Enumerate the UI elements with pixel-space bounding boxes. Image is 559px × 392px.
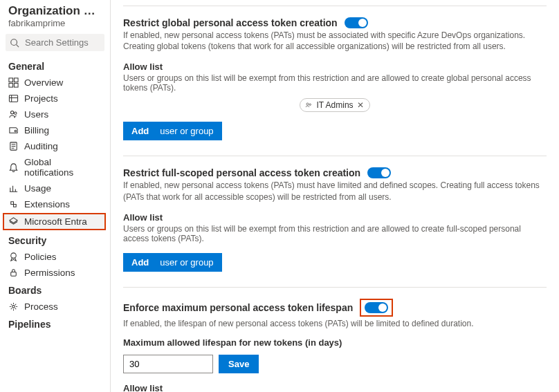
- entra-icon: [8, 216, 19, 227]
- svg-point-15: [309, 104, 311, 105]
- search-input[interactable]: [24, 37, 100, 48]
- chip-label: IT Admins: [316, 100, 353, 110]
- svg-rect-12: [11, 272, 17, 277]
- allow-list-header: Allow list: [123, 212, 547, 223]
- sidebar-item-policies[interactable]: Policies: [0, 249, 110, 265]
- divider: [123, 156, 547, 156]
- add-label: Add: [131, 257, 149, 268]
- allow-list-chip[interactable]: IT Admins ✕: [300, 98, 369, 112]
- svg-rect-5: [14, 83, 18, 87]
- sidebar-item-label: Billing: [24, 125, 49, 136]
- org-subtitle: fabrikamprime: [0, 18, 110, 34]
- sidebar-item-label: Policies: [24, 252, 57, 262]
- svg-point-9: [15, 130, 16, 131]
- sidebar-item-microsoft-entra[interactable]: Microsoft Entra: [3, 213, 106, 230]
- sidebar-item-label: Usage: [24, 183, 51, 194]
- svg-line-1: [17, 44, 19, 47]
- save-button[interactable]: Save: [219, 355, 259, 373]
- policy-title-restrict-fullscoped-pat: Restrict full-scoped personal access tok…: [123, 167, 360, 178]
- auditing-icon: [8, 141, 19, 151]
- toggle-restrict-fullscoped-pat[interactable]: [367, 167, 391, 178]
- sidebar-item-usage[interactable]: Usage: [0, 180, 110, 196]
- svg-point-8: [15, 112, 17, 114]
- allow-list-desc: Users or groups on this list will be exe…: [123, 73, 547, 93]
- allow-list-header: Allow list: [123, 62, 547, 72]
- policy-desc: If enabled, new personal access tokens (…: [123, 30, 547, 52]
- svg-point-7: [10, 111, 13, 114]
- sidebar-item-permissions[interactable]: Permissions: [0, 265, 110, 281]
- notifications-icon: [8, 162, 19, 173]
- search-icon: [10, 38, 19, 48]
- svg-rect-2: [9, 78, 13, 82]
- sidebar-item-users[interactable]: Users: [0, 106, 110, 122]
- svg-point-11: [11, 253, 17, 259]
- group-boards: Boards: [0, 281, 110, 299]
- allow-list-desc: Users or groups on this list will be exe…: [123, 224, 547, 243]
- svg-rect-3: [14, 78, 18, 82]
- svg-point-13: [12, 306, 15, 308]
- sidebar-item-label: Permissions: [24, 268, 75, 278]
- allow-list-header: Allow list: [123, 383, 547, 392]
- usage-icon: [8, 183, 19, 194]
- billing-icon: [8, 125, 19, 136]
- max-lifespan-label: Maximum allowed lifespan for new tokens …: [123, 337, 547, 348]
- projects-icon: [8, 93, 19, 104]
- add-user-or-group-button[interactable]: Add user or group: [123, 122, 222, 140]
- extensions-icon: [8, 199, 19, 209]
- policy-desc: If enabled, new personal access tokens (…: [123, 180, 547, 202]
- group-security: Security: [0, 231, 110, 249]
- sidebar-item-label: Process: [24, 301, 58, 312]
- sidebar: Organization S… fabrikamprime General Ov…: [0, 0, 111, 392]
- sidebar-item-label: Users: [24, 109, 48, 120]
- policy-title-restrict-global-pat: Restrict global personal access token cr…: [123, 17, 338, 28]
- overview-icon: [8, 77, 19, 88]
- divider: [123, 287, 547, 288]
- sidebar-item-label: Overview: [24, 77, 63, 88]
- process-icon: [8, 301, 19, 312]
- group-general: General: [0, 57, 110, 75]
- permissions-icon: [8, 268, 19, 278]
- max-lifespan-input[interactable]: [123, 355, 213, 373]
- sidebar-item-overview[interactable]: Overview: [0, 75, 110, 91]
- add-user-or-group-button[interactable]: Add user or group: [123, 253, 222, 272]
- svg-rect-4: [9, 83, 13, 87]
- org-title: Organization S…: [0, 3, 110, 18]
- toggle-restrict-global-pat[interactable]: [345, 17, 368, 28]
- sidebar-item-extensions[interactable]: Extensions: [0, 196, 110, 212]
- divider: [123, 6, 547, 6]
- add-suffix: user or group: [160, 126, 213, 136]
- add-label: Add: [131, 126, 149, 136]
- chip-remove-icon[interactable]: ✕: [357, 100, 364, 110]
- policy-desc: If enabled, the lifespan of new personal…: [123, 318, 547, 329]
- sidebar-item-projects[interactable]: Projects: [0, 91, 110, 106]
- highlight-box: [360, 299, 393, 317]
- main-content: Restrict global personal access token cr…: [111, 0, 559, 392]
- sidebar-item-auditing[interactable]: Auditing: [0, 138, 110, 154]
- sidebar-item-global-notifications[interactable]: Global notifications: [0, 154, 110, 180]
- toggle-enforce-max-lifespan[interactable]: [365, 302, 388, 313]
- svg-point-0: [11, 39, 17, 45]
- sidebar-item-label: Auditing: [24, 141, 58, 151]
- policy-title-enforce-max-lifespan: Enforce maximum personal access token li…: [123, 302, 353, 313]
- sidebar-item-process[interactable]: Process: [0, 299, 110, 315]
- sidebar-item-label: Microsoft Entra: [24, 216, 87, 227]
- users-icon: [8, 109, 19, 120]
- sidebar-item-label: Projects: [24, 93, 58, 104]
- sidebar-item-label: Global notifications: [24, 157, 103, 178]
- group-icon: [304, 101, 313, 109]
- policies-icon: [8, 252, 19, 262]
- group-pipelines: Pipelines: [0, 315, 110, 333]
- svg-rect-6: [9, 95, 17, 102]
- sidebar-item-billing[interactable]: Billing: [0, 122, 110, 138]
- svg-point-14: [306, 103, 309, 105]
- sidebar-item-label: Extensions: [24, 199, 70, 209]
- add-suffix: user or group: [160, 257, 213, 268]
- search-settings[interactable]: [6, 34, 104, 51]
